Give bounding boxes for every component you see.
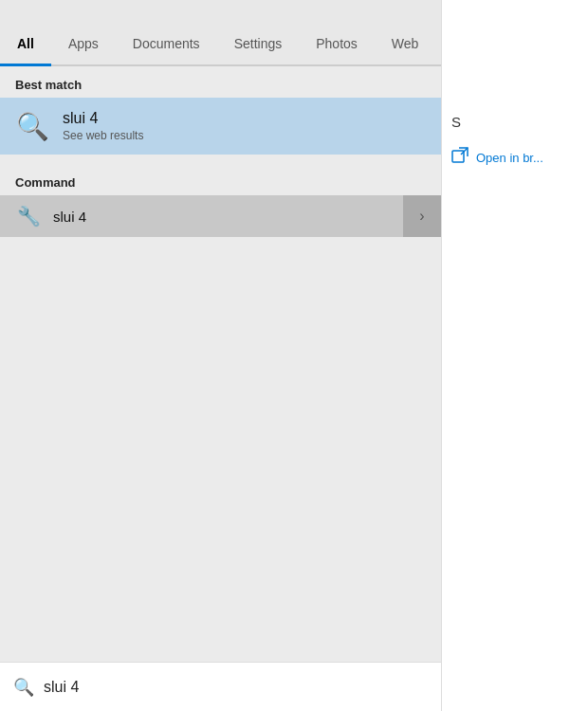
tab-apps[interactable]: Apps [51,28,116,64]
right-panel-title: S [442,0,588,139]
search-icon: 🔍 [15,109,49,143]
best-match-title: slui 4 [63,110,143,127]
command-item[interactable]: 🔧 slui 4 › [0,195,441,237]
tab-all[interactable]: All [0,28,51,64]
tab-documents[interactable]: Documents [116,28,217,64]
best-match-text: slui 4 See web results [63,110,143,142]
open-in-browser-text: Open in br... [476,151,543,165]
tool-icon: 🔧 [15,205,42,228]
tab-web[interactable]: Web [375,28,436,64]
command-section-label: Command [0,164,441,195]
tab-settings[interactable]: Settings [217,28,300,64]
command-item-name: slui 4 [53,209,426,225]
best-match-subtitle: See web results [63,129,143,142]
best-match-item[interactable]: 🔍 slui 4 See web results [0,98,441,155]
best-match-label: Best match [0,66,441,98]
tab-bar: All Apps Documents Settings Photos Web M… [0,0,441,66]
tab-photos[interactable]: Photos [299,28,375,64]
open-in-browser-link[interactable]: Open in br... [442,139,588,175]
main-content: Best match 🔍 slui 4 See web results Comm… [0,66,441,711]
search-bar-icon: 🔍 [13,677,34,698]
command-section: Command 🔧 slui 4 › [0,164,441,237]
command-arrow-button[interactable]: › [403,195,441,237]
search-bar: 🔍 [0,662,441,711]
open-external-icon [451,147,469,168]
chevron-right-icon: › [419,208,424,225]
right-panel: S Open in br... [441,0,588,711]
search-input[interactable] [44,679,428,696]
